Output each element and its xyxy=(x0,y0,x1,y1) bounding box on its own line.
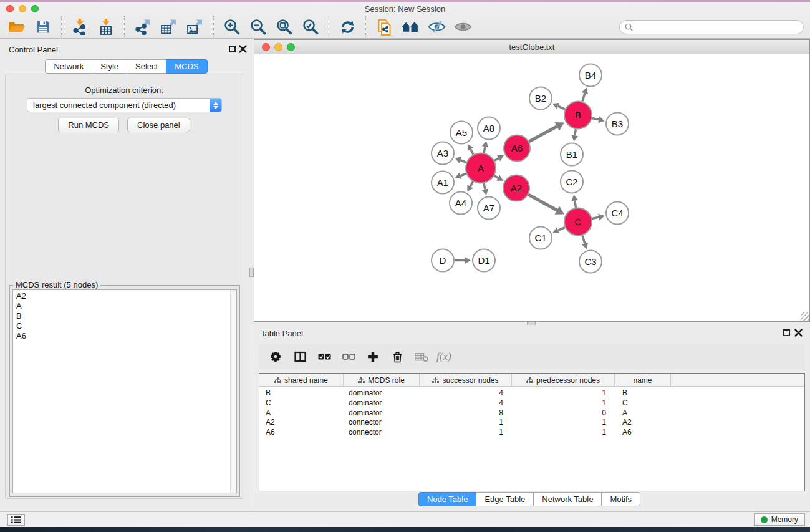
table-row[interactable]: A6connector11A6 xyxy=(259,428,804,438)
graph-node-label: B4 xyxy=(585,70,596,80)
select-all-button[interactable] xyxy=(315,347,334,366)
table-cell: 1 xyxy=(512,399,615,408)
search-icon xyxy=(625,23,633,31)
table-cell: 1 xyxy=(420,428,512,437)
table-row[interactable]: A2connector11A2 xyxy=(259,418,804,428)
refresh-layout-button[interactable] xyxy=(337,17,357,37)
graph-edge-B-B4[interactable] xyxy=(582,94,585,102)
table-row[interactable]: Bdominator41B xyxy=(259,389,804,399)
zoom-out-button[interactable] xyxy=(248,17,268,37)
eye-slash-icon xyxy=(428,20,446,34)
result-item[interactable]: B xyxy=(16,311,236,321)
column-header-predecessor-nodes[interactable]: predecessor nodes xyxy=(512,374,615,387)
graph-node-label: A4 xyxy=(455,198,466,208)
graph-edge-A-A1[interactable] xyxy=(460,173,466,175)
tab-edge-table[interactable]: Edge Table xyxy=(476,492,534,506)
column-header-filler xyxy=(671,374,804,387)
tab-network-table[interactable]: Network Table xyxy=(533,492,602,506)
search-field[interactable] xyxy=(619,20,804,34)
import-network-button[interactable] xyxy=(70,17,90,37)
table-panel: Table Panel xyxy=(254,325,810,511)
column-view-button[interactable] xyxy=(291,347,309,366)
tab-mcds[interactable]: MCDS xyxy=(166,59,207,74)
export-image-button[interactable] xyxy=(185,17,205,37)
graph-edge-A-A5[interactable] xyxy=(471,149,474,154)
resize-grip[interactable] xyxy=(801,312,809,321)
table-cell: 1 xyxy=(420,418,512,427)
graph-edge-A-A2[interactable] xyxy=(494,176,498,178)
graph-edge-B-B3[interactable] xyxy=(592,118,599,119)
graph-edge-B-B2[interactable] xyxy=(558,106,565,109)
graph-edge-A-A4[interactable] xyxy=(470,181,473,186)
float-table-panel-icon[interactable] xyxy=(783,329,790,336)
table-row[interactable]: Adominator80A xyxy=(259,408,804,418)
tab-style[interactable]: Style xyxy=(92,59,127,74)
delete-table-button[interactable] xyxy=(412,347,431,366)
graph-edge-A2-C[interactable] xyxy=(528,195,557,210)
run-mcds-button[interactable]: Run MCDS xyxy=(58,118,119,132)
graph-edge-C-C1[interactable] xyxy=(558,228,565,231)
zoom-out-icon xyxy=(250,19,267,36)
result-item[interactable]: C xyxy=(16,321,236,331)
tab-select[interactable]: Select xyxy=(127,59,166,74)
close-panel-icon[interactable] xyxy=(239,45,247,53)
table-settings-button[interactable] xyxy=(266,347,285,366)
graph-edge-A-A7[interactable] xyxy=(484,183,485,190)
task-history-button[interactable] xyxy=(7,514,25,526)
zoom-fit-button[interactable] xyxy=(274,17,294,37)
graph-node-label: B xyxy=(575,110,581,120)
graph-edge-C-C2[interactable] xyxy=(575,201,576,208)
column-header-shared-name[interactable]: shared name xyxy=(259,374,344,387)
column-header-successor-nodes[interactable]: successor nodes xyxy=(420,374,512,387)
import-table-button[interactable] xyxy=(96,17,116,37)
delete-column-button[interactable] xyxy=(388,347,407,366)
memory-button[interactable]: Memory xyxy=(754,513,805,526)
column-header-mcds-role[interactable]: MCDS role xyxy=(344,374,420,387)
zoom-selected-button[interactable] xyxy=(301,17,321,37)
graph-edge-C-C3[interactable] xyxy=(582,235,585,243)
close-table-panel-icon[interactable] xyxy=(794,329,803,337)
hide-panels-button[interactable] xyxy=(427,17,446,37)
zoom-selected-icon xyxy=(302,19,319,36)
result-scrollbar[interactable] xyxy=(230,290,236,493)
tab-network[interactable]: Network xyxy=(45,59,92,74)
table-cell: 1 xyxy=(512,418,615,427)
eye-icon xyxy=(454,21,472,33)
tab-motifs[interactable]: Motifs xyxy=(601,492,640,506)
close-panel-button[interactable]: Close panel xyxy=(127,118,190,132)
graph-edge-A-A6[interactable] xyxy=(494,158,499,161)
result-item[interactable]: A6 xyxy=(16,331,236,341)
result-item[interactable]: A2 xyxy=(16,291,236,301)
table-row[interactable]: Cdominator41C xyxy=(259,399,804,409)
graph-edge-B-B1[interactable] xyxy=(575,129,576,135)
float-panel-icon[interactable] xyxy=(229,46,236,52)
tab-node-table[interactable]: Node Table xyxy=(418,492,477,506)
network-canvas[interactable]: AA1A2A3A4A5A6A7A8BB1B2B3B4CC1C2C3C4DD1 xyxy=(254,54,809,321)
deselect-all-button[interactable] xyxy=(339,347,358,366)
result-item[interactable]: A xyxy=(16,301,236,311)
graph-edge-A-A8[interactable] xyxy=(484,147,485,153)
save-session-button[interactable] xyxy=(33,17,53,37)
mcds-panel: Optimization criterion: largest connecte… xyxy=(5,74,243,499)
network-titlebar[interactable]: testGlobe.txt xyxy=(254,40,809,54)
home-view-button[interactable] xyxy=(400,17,420,37)
search-input[interactable] xyxy=(636,22,798,31)
export-table-button[interactable] xyxy=(159,17,179,37)
memory-label: Memory xyxy=(771,515,798,524)
column-header-name[interactable]: name xyxy=(615,374,671,387)
graph-edge-A-A3[interactable] xyxy=(460,160,466,163)
function-builder-button[interactable]: f(x) xyxy=(436,347,451,366)
open-session-button[interactable] xyxy=(7,17,27,37)
zoom-in-button[interactable] xyxy=(222,17,242,37)
export-network-button[interactable] xyxy=(133,17,153,37)
graph-edge-A6-B[interactable] xyxy=(529,127,557,142)
export-table-icon xyxy=(160,19,178,35)
duplicate-network-button[interactable] xyxy=(374,17,394,37)
graph-edge-C-C4[interactable] xyxy=(592,217,599,218)
table-cell: 4 xyxy=(420,399,512,408)
add-column-button[interactable] xyxy=(364,347,382,366)
criterion-dropdown[interactable]: largest connected component (directed) xyxy=(27,98,222,112)
vertical-split-handle[interactable] xyxy=(249,268,254,277)
show-panels-button[interactable] xyxy=(453,17,473,37)
table-cell: A xyxy=(259,409,344,418)
